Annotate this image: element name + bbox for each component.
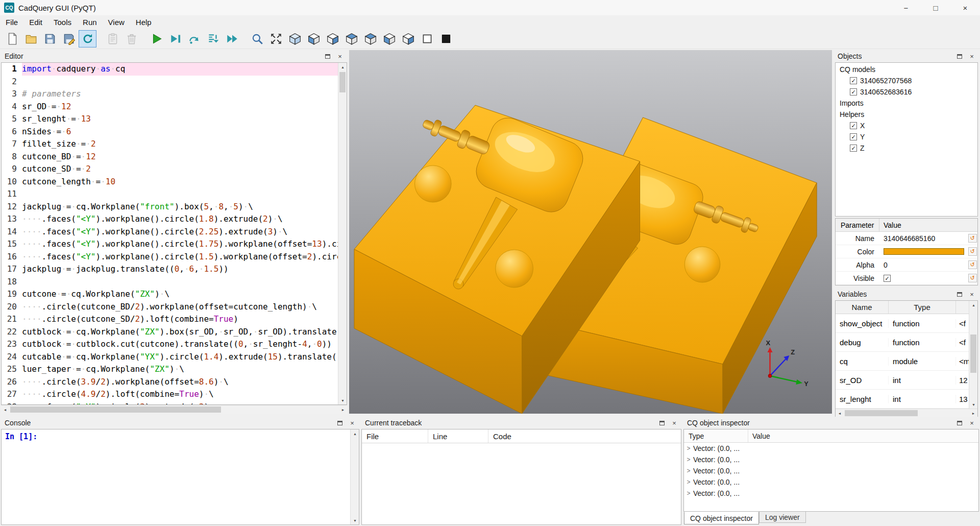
scroll-left-icon[interactable]: ◄ xyxy=(1,405,9,414)
code-line[interactable]: 16····.faces("<Y").workplane().circle(1.… xyxy=(2,251,338,264)
variable-row-sr-lenght[interactable]: sr_lenghtint13 xyxy=(836,390,969,409)
viewport-3d[interactable]: X Z Y xyxy=(349,50,832,414)
close-panel-button[interactable]: × xyxy=(349,419,356,426)
float-panel-button[interactable] xyxy=(956,53,963,60)
new-file-button[interactable] xyxy=(3,30,21,47)
render-button[interactable] xyxy=(148,30,165,47)
code-line[interactable]: 7fillet_size·=·2 xyxy=(2,138,338,151)
reset-property-button[interactable]: ↺ xyxy=(968,260,977,269)
scroll-down-icon[interactable]: ▼ xyxy=(351,516,359,524)
expand-chevron-icon[interactable]: > xyxy=(684,467,693,474)
tree-item-y[interactable]: ✓Y xyxy=(836,131,977,142)
variable-row-sr-od[interactable]: sr_ODint12 xyxy=(836,371,969,390)
variable-row-cq[interactable]: cqmodule<m xyxy=(836,352,969,371)
view-iso-button[interactable] xyxy=(286,30,304,47)
reset-property-button[interactable]: ↺ xyxy=(968,274,977,282)
shaded-button[interactable] xyxy=(437,30,455,47)
variables-vertical-scrollbar[interactable]: ▲ ▼ xyxy=(969,301,977,409)
float-panel-button[interactable] xyxy=(658,419,666,426)
scroll-thumb[interactable] xyxy=(845,410,918,416)
expand-chevron-icon[interactable]: > xyxy=(684,456,693,463)
checkbox[interactable]: ✓ xyxy=(884,275,891,282)
menu-edit[interactable]: Edit xyxy=(23,15,48,29)
code-line[interactable]: 15····.faces("<Y").workplane().circle(1.… xyxy=(2,238,338,251)
tree-item-x[interactable]: ✓X xyxy=(836,120,977,131)
autoreload-button[interactable] xyxy=(79,30,96,47)
code-line[interactable]: 19cutcone·=·cq.Workplane("ZX")·\ xyxy=(2,288,338,301)
reset-property-button[interactable]: ↺ xyxy=(968,234,977,243)
close-panel-button[interactable]: × xyxy=(968,291,975,298)
variable-row-show-object[interactable]: show_objectfunction<f xyxy=(836,314,969,333)
code-line[interactable]: 4sr_OD·=·12 xyxy=(2,101,338,113)
scroll-thumb[interactable] xyxy=(970,334,976,373)
tab-log-viewer[interactable]: Log viewer xyxy=(759,512,806,523)
code-line[interactable]: 9cutcone_SD·=·2 xyxy=(2,163,338,176)
tab-cq-object-inspector[interactable]: CQ object inspector xyxy=(684,512,759,524)
editor-horizontal-scrollbar[interactable]: ◄ ► xyxy=(1,405,347,414)
zoom-fit-button[interactable] xyxy=(248,30,266,47)
code-line[interactable]: 18 xyxy=(2,276,338,289)
scroll-up-icon[interactable]: ▲ xyxy=(969,301,977,309)
checkbox[interactable]: ✓ xyxy=(850,122,857,129)
code-line[interactable]: 6nSides·=·6 xyxy=(2,126,338,138)
view-back-button[interactable] xyxy=(324,30,341,47)
tree-item-3140652707568[interactable]: ✓3140652707568 xyxy=(836,75,977,86)
tree-item-helpers[interactable]: Helpers xyxy=(836,109,977,120)
wireframe-button[interactable] xyxy=(418,30,436,47)
editor-vertical-scrollbar[interactable]: ▲ ▼ xyxy=(338,63,347,404)
inspector-row[interactable]: >Vector: (0.0, ... xyxy=(684,476,978,488)
property-value[interactable]: 0 xyxy=(879,261,967,269)
console-prompt[interactable]: In [1]: xyxy=(2,429,350,524)
inspector-row[interactable]: >Vector: (0.0, ... xyxy=(684,443,978,454)
minimize-button[interactable]: − xyxy=(891,0,921,15)
scroll-right-icon[interactable]: ► xyxy=(339,405,347,414)
view-right-button[interactable] xyxy=(399,30,417,47)
scroll-down-icon[interactable]: ▼ xyxy=(338,396,347,404)
debug-button[interactable] xyxy=(166,30,184,47)
expand-chevron-icon[interactable]: > xyxy=(684,445,693,452)
code-line[interactable]: 2 xyxy=(2,76,338,88)
open-file-button[interactable] xyxy=(22,30,40,47)
code-line[interactable]: 26····.circle(3.9/2).workplane(offset=8.… xyxy=(2,376,338,389)
expand-chevron-icon[interactable]: > xyxy=(684,490,693,497)
expand-chevron-icon[interactable]: > xyxy=(684,479,693,486)
scroll-down-icon[interactable]: ▼ xyxy=(969,400,977,409)
float-panel-button[interactable] xyxy=(336,419,344,426)
save-button[interactable] xyxy=(41,30,59,47)
maximize-button[interactable]: □ xyxy=(921,0,950,15)
menu-run[interactable]: Run xyxy=(77,15,103,29)
step-into-button[interactable] xyxy=(204,30,222,47)
scroll-up-icon[interactable]: ▲ xyxy=(338,63,347,71)
checkbox[interactable]: ✓ xyxy=(850,88,857,95)
code-line[interactable]: 14····.faces("<Y").workplane().circle(2.… xyxy=(2,226,338,238)
menu-view[interactable]: View xyxy=(103,15,130,29)
view-bottom-button[interactable] xyxy=(361,30,379,47)
scroll-up-icon[interactable]: ▲ xyxy=(351,429,359,438)
property-value[interactable]: ✓ xyxy=(879,275,967,282)
close-button[interactable]: × xyxy=(950,0,980,15)
code-line[interactable]: 22cutblock·=·cq.Workplane("ZX").box(sr_O… xyxy=(2,326,338,339)
checkbox[interactable]: ✓ xyxy=(850,133,857,140)
code-line[interactable]: 20····.circle(cutcone_BD/2).workplane(of… xyxy=(2,301,338,314)
inspector-row[interactable]: >Vector: (0.0, ... xyxy=(684,454,978,465)
code-line[interactable]: 27····.circle(4.9/2).loft(combine=True)·… xyxy=(2,388,338,401)
code-line[interactable]: 8cutcone_BD·=·12 xyxy=(2,151,338,163)
menu-help[interactable]: Help xyxy=(130,15,157,29)
code-line[interactable]: 17jackplug·=·jackplug.translate((0,·6,·1… xyxy=(2,263,338,276)
code-line[interactable]: 11 xyxy=(2,188,338,201)
color-swatch[interactable] xyxy=(884,248,964,255)
delete-button[interactable] xyxy=(122,30,140,47)
menu-file[interactable]: File xyxy=(0,15,23,29)
code-line[interactable]: 3# parameters xyxy=(2,88,338,101)
close-panel-button[interactable]: × xyxy=(671,419,678,426)
code-line[interactable]: 25luer_taper·=·cq.Workplane("ZX")·\ xyxy=(2,363,338,376)
tree-item-imports[interactable]: Imports xyxy=(836,98,977,109)
view-top-button[interactable] xyxy=(342,30,360,47)
code-line[interactable]: 24cutcable·=·cq.Workplane("YX").circle(1… xyxy=(2,351,338,364)
code-line[interactable]: 13····.faces("<Y").workplane().circle(1.… xyxy=(2,213,338,226)
float-panel-button[interactable] xyxy=(324,53,331,60)
property-value[interactable]: 3140646685160 xyxy=(879,234,967,243)
console-vertical-scrollbar[interactable]: ▲ ▼ xyxy=(350,429,359,524)
view-left-button[interactable] xyxy=(380,30,398,47)
scroll-thumb[interactable] xyxy=(339,72,346,92)
